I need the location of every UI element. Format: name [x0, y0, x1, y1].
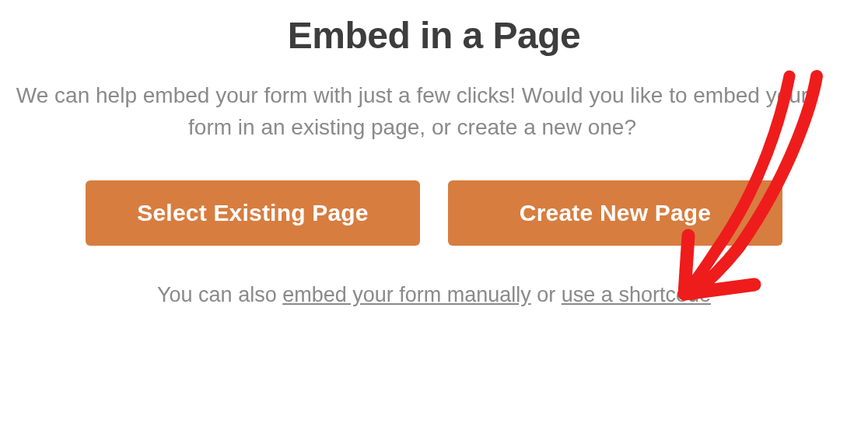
use-shortcode-link[interactable]: use a shortcode: [562, 283, 711, 306]
footer-prefix: You can also: [157, 283, 282, 306]
embed-manually-link[interactable]: embed your form manually: [282, 283, 531, 306]
embed-dialog: Embed in a Page We can help embed your f…: [0, 14, 868, 423]
footer-middle: or: [531, 283, 562, 306]
button-row: Select Existing Page Create New Page: [0, 180, 868, 246]
dialog-description: We can help embed your form with just a …: [0, 80, 824, 143]
create-new-page-button[interactable]: Create New Page: [448, 180, 782, 246]
dialog-title: Embed in a Page: [0, 14, 868, 57]
select-existing-page-button[interactable]: Select Existing Page: [86, 180, 420, 246]
footer-text: You can also embed your form manually or…: [0, 283, 868, 307]
